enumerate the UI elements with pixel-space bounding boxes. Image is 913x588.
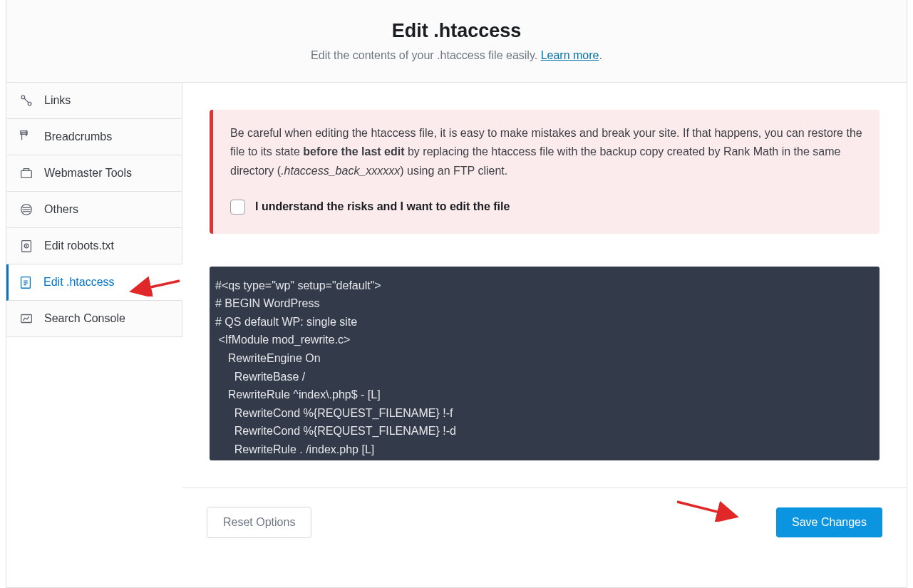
sidebar: Links Breadcrumbs [6, 83, 182, 557]
links-icon [19, 93, 34, 108]
main-content: Be careful when editing the htaccess fil… [182, 83, 907, 557]
learn-more-link[interactable]: Learn more [541, 49, 599, 61]
sidebar-item-webmaster-tools[interactable]: Webmaster Tools [6, 155, 182, 192]
webmaster-icon [19, 165, 34, 181]
htaccess-icon [18, 274, 33, 290]
robots-icon [19, 238, 34, 254]
save-changes-button[interactable]: Save Changes [776, 507, 882, 537]
sidebar-item-label: Edit robots.txt [44, 239, 114, 252]
warning-box: Be careful when editing the htaccess fil… [210, 110, 880, 234]
sidebar-item-label: Search Console [44, 312, 125, 325]
sidebar-item-links[interactable]: Links [6, 83, 182, 119]
search-console-icon [19, 311, 34, 326]
others-icon [19, 202, 34, 217]
sidebar-item-edit-robots[interactable]: Edit robots.txt [6, 228, 182, 264]
sidebar-item-search-console[interactable]: Search Console [6, 301, 182, 337]
htaccess-editor[interactable]: #<qs type="wp" setup="default"> # BEGIN … [210, 267, 880, 460]
breadcrumbs-icon [19, 129, 34, 145]
page-title: Edit .htaccess [21, 20, 892, 42]
svg-point-1 [28, 102, 31, 105]
sidebar-item-label: Others [44, 203, 78, 216]
svg-point-10 [26, 246, 27, 247]
sidebar-item-label: Breadcrumbs [44, 130, 112, 143]
sidebar-item-edit-htaccess[interactable]: Edit .htaccess [6, 264, 182, 301]
sidebar-item-others[interactable]: Others [6, 192, 182, 228]
page-subtitle: Edit the contents of your .htaccess file… [21, 49, 892, 62]
svg-rect-3 [21, 170, 32, 177]
sidebar-item-label: Links [44, 94, 71, 107]
page-header: Edit .htaccess Edit the contents of your… [6, 0, 907, 83]
sidebar-item-label: Edit .htaccess [43, 276, 115, 289]
svg-point-0 [21, 96, 25, 99]
risk-checkbox-label: I understand the risks and I want to edi… [255, 197, 510, 216]
footer: Reset Options Save Changes [182, 488, 907, 557]
sidebar-item-label: Webmaster Tools [44, 167, 132, 180]
risk-checkbox[interactable] [230, 200, 245, 215]
reset-options-button[interactable]: Reset Options [207, 507, 311, 538]
sidebar-item-breadcrumbs[interactable]: Breadcrumbs [6, 119, 182, 155]
